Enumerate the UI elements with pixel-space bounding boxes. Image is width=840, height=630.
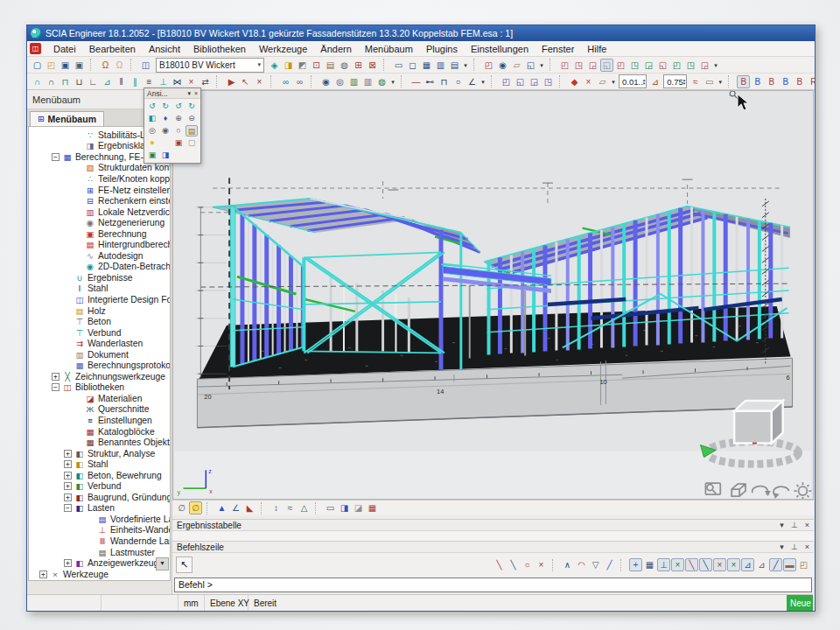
tree-item-rechenkern-einstellen[interactable]: ⊟Rechenkern einstellen <box>29 195 170 206</box>
chain-off-icon[interactable]: ∞ <box>293 75 306 88</box>
close-icon[interactable]: × <box>194 90 198 96</box>
select-arrow-icon[interactable]: ▶ <box>225 75 238 88</box>
block-icon[interactable]: ▭ <box>703 75 716 88</box>
support-icon-6[interactable]: R <box>807 75 815 88</box>
filter-green-icon[interactable]: ▥ <box>347 75 360 88</box>
picture-icon[interactable]: ▤ <box>448 59 461 72</box>
rotate-view-icon-3[interactable]: ↺ <box>172 101 185 112</box>
pin-icon[interactable]: ⊥ <box>791 542 798 551</box>
nav-cube-face[interactable] <box>734 411 772 444</box>
expand-node-icon[interactable]: + <box>64 559 72 567</box>
line-style-icon[interactable]: — <box>410 75 423 88</box>
tree-item-lokale-netzverdichtung[interactable]: ▥Lokale Netzverdichtung <box>29 206 170 218</box>
print-icon[interactable]: ▭ <box>392 59 405 72</box>
snap-mode-icon-7[interactable]: ╱ <box>769 558 782 571</box>
snap-circle-icon[interactable]: ○ <box>521 558 534 571</box>
tree-item-autodesign[interactable]: ∿Autodesign <box>29 250 170 262</box>
tree-item-bibliotheken[interactable]: −◫Bibliotheken <box>29 382 170 394</box>
support-icon-2[interactable]: B <box>751 75 764 88</box>
dim-style-icon[interactable]: ⊷ <box>424 75 437 88</box>
tree-item-querschnitte[interactable]: ЖQuerschnitte <box>29 404 170 416</box>
view-frame-icon-3[interactable]: ◲ <box>586 59 599 72</box>
snap-line-icon[interactable]: ╲ <box>493 558 506 571</box>
tree-item-anzeigewerkzeuge[interactable]: +◧Anzeigewerkzeuge <box>29 557 170 569</box>
tree-item-stahl[interactable]: +◧Stahl <box>29 458 170 470</box>
calculator-icon[interactable]: ◰ <box>482 59 495 72</box>
zoom-out-icon[interactable]: ⊖ <box>186 113 198 124</box>
bracket-icon[interactable]: ⊓ <box>438 75 451 88</box>
load-labels-icon[interactable]: ◣ <box>243 501 256 514</box>
tree-item-verbund[interactable]: +◧Verbund <box>29 481 170 493</box>
tree-item-materialien[interactable]: ◪Materialien <box>29 393 170 404</box>
chevron-down-icon[interactable]: ▾ <box>780 521 784 529</box>
box-select-icon[interactable]: ◱ <box>524 59 537 72</box>
mesh-view-icon[interactable]: ◍ <box>338 59 351 72</box>
clipboard-view-icon[interactable]: ▣ <box>146 150 158 161</box>
tree-item-hintergrundberechnung[interactable]: ▤Hintergrundberechnung <box>29 239 170 250</box>
copy-icon-2[interactable]: ◱ <box>514 75 527 88</box>
volume-icon[interactable]: ▭ <box>324 501 337 514</box>
chain-icon[interactable]: ∞ <box>279 75 292 88</box>
tree-item-baugrund-gründung[interactable]: +◧Baugrund, Gründung <box>29 492 170 503</box>
snap-diag-icon[interactable]: ╱ <box>603 558 616 571</box>
snap-tri-icon[interactable]: ▽ <box>589 558 602 571</box>
tree-item-wandernde-lastsyste[interactable]: ⅢWandernde Lastsyste <box>29 536 170 547</box>
snap-box-icon[interactable]: ▬ <box>783 558 796 571</box>
walk-view-icon[interactable]: ♦ <box>159 113 172 124</box>
view-frame-icon-6[interactable]: ◳ <box>628 59 641 72</box>
section-tool-icon-11[interactable]: ⋈ <box>171 75 184 88</box>
snap-delete-icon[interactable]: × <box>535 558 548 571</box>
snap-arc-icon[interactable]: ◠ <box>575 558 588 571</box>
tab-menubaum[interactable]: ⊞ Menübaum <box>30 111 104 126</box>
window-layout-icon[interactable]: ◫ <box>139 59 152 72</box>
zoom-window-icon[interactable]: ◉ <box>159 125 172 136</box>
snap-grid-icon[interactable]: ▦ <box>643 558 656 571</box>
support-icon-4[interactable]: B <box>779 75 792 88</box>
document-icon[interactable]: ▥ <box>434 59 447 72</box>
view-frame-caret[interactable]: ▾ <box>712 59 719 72</box>
tree-item-stahl[interactable]: ⅠStahl <box>29 284 170 295</box>
tree-item-berechnungsprotokoll[interactable]: ▦Berechnungsprotokoll <box>29 360 170 371</box>
camera-icon[interactable]: ◉ <box>496 59 509 72</box>
snap-cross-icon[interactable]: × <box>671 558 684 571</box>
expand-node-icon[interactable]: + <box>64 494 72 501</box>
view-frame-icon-2[interactable]: ◳ <box>572 59 585 72</box>
ghost-view-icon[interactable]: ◪ <box>352 501 365 514</box>
menu-item-werkzeuge[interactable]: Werkzeuge <box>253 43 313 55</box>
expand-node-icon[interactable]: + <box>52 373 60 381</box>
surface-icon[interactable]: △ <box>298 501 311 514</box>
tree-item-beton[interactable]: ⊤Beton <box>29 316 170 327</box>
save-icon[interactable]: ▣ <box>73 59 86 72</box>
zoom-all-icon[interactable]: ◎ <box>146 125 158 136</box>
open-project-icon[interactable]: ◰ <box>45 59 58 72</box>
support-icon-1[interactable]: B <box>737 75 750 88</box>
clip-active-icon[interactable]: ∅ <box>189 501 202 514</box>
menu-item-bearbeiten[interactable]: Bearbeiten <box>83 43 142 55</box>
delete-icon[interactable]: ◆ <box>568 75 581 88</box>
zoom-in-icon[interactable]: ⊕ <box>172 113 185 124</box>
status-units[interactable]: mm <box>178 595 205 611</box>
snap-end-icon[interactable]: ◰ <box>797 558 810 571</box>
command-line-panel-header[interactable]: Befehlszeile ▾ ⊥ × <box>172 541 814 553</box>
view-frame-icon-10[interactable]: ◳ <box>684 59 697 72</box>
view-frame-icon-8[interactable]: ◱ <box>656 59 669 72</box>
grid-x-icon[interactable]: ⊠ <box>366 59 379 72</box>
chevron-down-icon[interactable]: ▾ <box>780 542 784 551</box>
tree-item-dokument[interactable]: ▥Dokument <box>29 349 170 360</box>
ansicht-palette-header[interactable]: Ansi... ▾ × <box>144 88 200 99</box>
collapse-node-icon[interactable]: − <box>52 383 60 391</box>
snap-distance-spinner[interactable]: 0.01.. ▴▾ <box>619 74 647 88</box>
line-caret[interactable]: ▾ <box>480 75 486 88</box>
snap-line-alt-icon[interactable]: ╲ <box>507 558 520 571</box>
menu-item-bibliotheken[interactable]: Bibliotheken <box>187 43 252 55</box>
section-tool-icon-5[interactable]: ∟ <box>87 75 100 88</box>
section-tool-icon-1[interactable]: ∩ <box>31 75 44 88</box>
tree-item-wanderlasten[interactable]: ⇉Wanderlasten <box>29 338 170 349</box>
close-icon[interactable]: × <box>805 542 809 551</box>
activity-icon[interactable]: ⊡ <box>310 59 323 72</box>
gallery-icon[interactable]: ▤ <box>324 59 337 72</box>
image-view-alt-icon[interactable]: ▢ <box>186 137 198 149</box>
snap-cursor-icon[interactable]: + <box>629 558 642 571</box>
tree-item-lasten[interactable]: −◧Lasten <box>29 503 170 514</box>
view-frame-icon-9[interactable]: ◰ <box>670 59 683 72</box>
